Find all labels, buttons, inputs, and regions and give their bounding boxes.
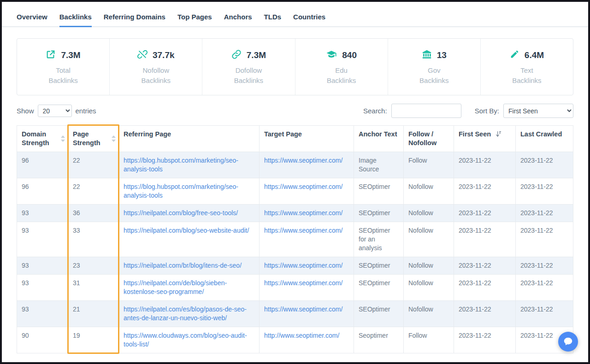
domain-strength-cell: 96	[17, 152, 68, 178]
referring-page-link[interactable]: https://neilpatel.com/de/blog/sieben-kos…	[124, 279, 227, 295]
stat-value: 7.3M	[247, 50, 266, 60]
stat-label: TextBacklinks	[512, 65, 541, 86]
table-row: 9323https://neilpatel.com/br/blog/itens-…	[17, 257, 573, 275]
first-seen-cell: 2023-11-22	[454, 205, 516, 222]
referring-page-link[interactable]: https://www.cloudways.com/blog/seo-audit…	[124, 332, 247, 348]
anchor-text-cell: SEOptimer	[354, 275, 404, 301]
target-page-link[interactable]: https://www.seoptimer.com/	[264, 262, 342, 269]
col-header-follow-nofollow[interactable]: Follow / Nofollow	[404, 126, 454, 152]
page-content: 7.3M TotalBacklinks 37.7k NofollowBackli…	[2, 38, 588, 353]
tab-countries[interactable]: Countries	[293, 13, 325, 27]
page-strength-cell: 19	[68, 327, 119, 353]
entries-label: entries	[76, 107, 96, 115]
target-page-link[interactable]: https://www.seoptimer.com/	[264, 305, 342, 313]
target-page-link[interactable]: https://www.seoptimer.com/	[264, 279, 342, 287]
domain-strength-cell: 96	[17, 178, 68, 205]
backlinks-table: Domain Strength Page Strength	[17, 125, 573, 353]
table-row: 9019https://www.cloudways.com/blog/seo-a…	[17, 327, 573, 353]
anchor-text-cell: SEOptimer	[354, 301, 404, 327]
table-row: 9333https://neilpatel.com/blog/seo-websi…	[17, 222, 573, 257]
table-row: 9622https://blog.hubspot.com/marketing/s…	[17, 152, 573, 178]
domain-strength-cell: 90	[17, 327, 68, 353]
follow-nofollow-cell: Nofollow	[404, 222, 454, 257]
referring-page-link[interactable]: https://blog.hubspot.com/marketing/seo-a…	[124, 183, 238, 199]
col-header-last-crawled[interactable]: Last Crawled	[516, 126, 573, 152]
anchor-text-cell: SEOptimer for an analysis	[354, 222, 404, 257]
stat-label: NofollowBacklinks	[142, 65, 171, 86]
tab-top-pages[interactable]: Top Pages	[177, 13, 212, 27]
referring-page-link[interactable]: https://neilpatel.com/es/blog/pasos-de-s…	[124, 305, 247, 322]
first-seen-cell: 2023-11-22	[454, 152, 516, 178]
referring-page-cell: https://neilpatel.com/blog/seo-website-a…	[119, 222, 260, 257]
target-page-link[interactable]: https://www.seoptimer.com/	[264, 157, 342, 164]
table-header-row: Domain Strength Page Strength	[17, 126, 573, 152]
table-row: 9331https://neilpatel.com/de/blog/sieben…	[17, 275, 573, 301]
search-input[interactable]	[391, 104, 461, 118]
table-row: 9622https://blog.hubspot.com/marketing/s…	[17, 178, 573, 205]
target-page-link[interactable]: https://www.seoptimer.com/	[264, 183, 342, 190]
tab-anchors[interactable]: Anchors	[224, 13, 252, 27]
first-seen-cell: 2023-11-22	[454, 257, 516, 275]
col-header-target-page[interactable]: Target Page	[260, 126, 354, 152]
tab-overview[interactable]: Overview	[17, 13, 47, 27]
stat-dofollow-backlinks: 7.3M DofollowBacklinks	[202, 39, 295, 95]
last-crawled-cell: 2023-11-22	[516, 205, 573, 222]
target-page-link[interactable]: https://www.seoptimer.com/	[264, 209, 342, 217]
referring-page-link[interactable]: https://blog.hubspot.com/marketing/seo-a…	[124, 157, 238, 173]
page-strength-cell: 21	[68, 301, 119, 327]
chat-bubble-icon	[563, 336, 573, 347]
col-header-first-seen[interactable]: First Seen	[454, 126, 516, 152]
domain-strength-cell: 93	[17, 275, 68, 301]
sort-by-select[interactable]: First Seen	[503, 104, 573, 118]
stat-nofollow-backlinks: 37.7k NofollowBacklinks	[110, 39, 202, 95]
tab-tlds[interactable]: TLDs	[264, 13, 282, 27]
entries-per-page-select[interactable]: 20	[38, 105, 72, 117]
referring-page-cell: https://neilpatel.com/br/blog/itens-de-s…	[119, 257, 260, 275]
referring-page-cell: https://blog.hubspot.com/marketing/seo-a…	[119, 178, 260, 205]
referring-page-cell: https://neilpatel.com/blog/free-seo-tool…	[119, 205, 260, 222]
follow-nofollow-cell: Nofollow	[404, 275, 454, 301]
search-label: Search:	[363, 107, 387, 115]
referring-page-link[interactable]: https://neilpatel.com/blog/free-seo-tool…	[124, 209, 238, 217]
col-header-referring-page[interactable]: Referring Page	[119, 126, 260, 152]
dofollow-link-icon	[231, 49, 242, 61]
first-seen-cell: 2023-11-22	[454, 222, 516, 257]
tab-referring-domains[interactable]: Referring Domains	[104, 13, 165, 27]
follow-nofollow-cell: Nofollow	[404, 257, 454, 275]
stat-value: 37.7k	[153, 50, 175, 60]
page-strength-cell: 22	[68, 178, 119, 205]
table-controls: Show 20 entries Search: Sort By: First S…	[17, 104, 573, 118]
col-header-page-strength[interactable]: Page Strength	[68, 126, 119, 152]
chat-launcher-button[interactable]	[558, 332, 578, 352]
referring-page-link[interactable]: https://neilpatel.com/br/blog/itens-de-s…	[124, 262, 242, 269]
tab-backlinks[interactable]: Backlinks	[59, 13, 92, 27]
domain-strength-cell: 93	[17, 301, 68, 327]
table-row: 9321https://neilpatel.com/es/blog/pasos-…	[17, 301, 573, 327]
referring-page-cell: https://neilpatel.com/de/blog/sieben-kos…	[119, 275, 260, 301]
stat-total-backlinks: 7.3M TotalBacklinks	[17, 39, 110, 95]
referring-page-cell: https://www.cloudways.com/blog/seo-audit…	[119, 327, 260, 353]
last-crawled-cell: 2023-11-22	[516, 257, 573, 275]
referring-page-link[interactable]: https://neilpatel.com/blog/seo-website-a…	[124, 227, 249, 234]
stat-label: TotalBacklinks	[48, 65, 77, 86]
external-link-icon	[46, 49, 56, 61]
last-crawled-cell: 2023-11-22	[516, 222, 573, 257]
domain-strength-cell: 93	[17, 222, 68, 257]
stat-text-backlinks: 6.4M TextBacklinks	[481, 39, 573, 95]
stat-label: EduBacklinks	[327, 65, 356, 86]
col-header-anchor-text[interactable]: Anchor Text	[354, 126, 404, 152]
follow-nofollow-cell: Follow	[404, 327, 454, 353]
follow-nofollow-cell: Nofollow	[404, 178, 454, 205]
target-page-link[interactable]: https://www.seoptimer.com/	[264, 227, 342, 234]
anchor-text-cell: Image Source	[354, 152, 404, 178]
first-seen-cell: 2023-11-22	[454, 178, 516, 205]
table-body: 9622https://blog.hubspot.com/marketing/s…	[17, 152, 573, 353]
referring-page-cell: https://blog.hubspot.com/marketing/seo-a…	[119, 152, 260, 178]
sort-icon	[112, 135, 116, 142]
target-page-link[interactable]: http://www.seoptimer.com/	[264, 332, 339, 339]
first-seen-cell: 2023-11-22	[454, 275, 516, 301]
col-header-domain-strength[interactable]: Domain Strength	[17, 126, 68, 152]
backlinks-report-window: OverviewBacklinksReferring DomainsTop Pa…	[0, 0, 590, 364]
anchor-text-cell: Seoptimer	[354, 327, 404, 353]
sort-by-label: Sort By:	[475, 107, 499, 115]
